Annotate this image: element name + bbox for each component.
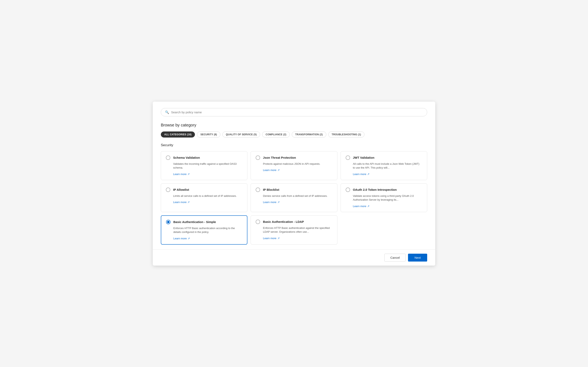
card-header-ip-blocklist: IP Blocklist (256, 188, 332, 192)
card-header-basic-auth-simple: Basic Authentication - Simple (166, 220, 242, 224)
card-header-schema-validation: Schema Validation (166, 156, 242, 160)
external-link-icon: ↗︎ (277, 201, 280, 204)
card-desc-json-threat: Protects against malicious JSON in API r… (256, 162, 332, 166)
search-icon: 🔍 (165, 110, 169, 114)
modal-footer: Cancel Next (153, 250, 435, 266)
card-title-basic-auth-ldap: Basic Authentication - LDAP (263, 220, 304, 223)
learn-more-jwt-validation[interactable]: Learn more ↗︎ (346, 173, 369, 176)
category-btn-security[interactable]: SECURITY (8) (197, 132, 220, 138)
card-title-json-threat: Json Threat Protection (263, 156, 296, 159)
category-btn-qos[interactable]: QUALITY OF SERVICE (5) (222, 132, 260, 138)
radio-jwt-validation[interactable] (346, 156, 350, 160)
radio-basic-auth-ldap[interactable] (256, 220, 260, 224)
card-basic-auth-ldap[interactable]: Basic Authentication - LDAPEnforces HTTP… (251, 215, 337, 245)
search-input[interactable] (171, 110, 423, 114)
card-ip-allowlist[interactable]: IP AllowlistLimits all service calls to … (161, 183, 247, 212)
radio-oauth[interactable] (346, 188, 350, 192)
learn-more-basic-auth-ldap[interactable]: Learn more ↗︎ (256, 237, 280, 240)
external-link-icon: ↗︎ (188, 237, 190, 240)
cards-grid: Schema ValidationValidates the incoming … (161, 151, 427, 245)
card-header-ip-allowlist: IP Allowlist (166, 188, 242, 192)
card-title-jwt-validation: JWT Validation (353, 156, 375, 159)
learn-more-oauth[interactable]: Learn more ↗︎ (346, 205, 369, 208)
radio-json-threat[interactable] (256, 156, 260, 160)
card-oauth[interactable]: OAuth 2.0 Token IntrospectionValidate ac… (341, 183, 427, 212)
card-schema-validation[interactable]: Schema ValidationValidates the incoming … (161, 151, 247, 180)
external-link-icon: ↗︎ (187, 201, 190, 204)
card-ip-blocklist[interactable]: IP BlocklistDenies service calls from a … (251, 183, 337, 212)
card-title-basic-auth-simple: Basic Authentication - Simple (173, 220, 216, 224)
radio-ip-allowlist[interactable] (166, 188, 170, 192)
card-header-basic-auth-ldap: Basic Authentication - LDAP (256, 220, 332, 224)
modal-body: 🔍 Browse by category ALL CATEGORIES (18)… (153, 102, 435, 250)
external-link-icon: ↗︎ (367, 173, 369, 176)
learn-more-json-threat[interactable]: Learn more ↗︎ (256, 169, 280, 172)
category-btn-transformation[interactable]: TRANSFORMATION (2) (292, 132, 326, 138)
learn-more-basic-auth-simple[interactable]: Learn more ↗︎ (166, 237, 190, 240)
next-button[interactable]: Next (408, 254, 427, 262)
card-title-ip-allowlist: IP Allowlist (173, 188, 189, 191)
modal: 🔍 Browse by category ALL CATEGORIES (18)… (153, 102, 435, 266)
card-header-jwt-validation: JWT Validation (346, 156, 422, 160)
learn-more-ip-allowlist[interactable]: Learn more ↗︎ (166, 201, 190, 204)
card-desc-oauth: Validate access tokens using a third-par… (346, 194, 422, 202)
card-jwt-validation[interactable]: JWT ValidationAll calls to the API must … (341, 151, 427, 180)
radio-ip-blocklist[interactable] (256, 188, 260, 192)
card-header-oauth: OAuth 2.0 Token Introspection (346, 188, 422, 192)
radio-schema-validation[interactable] (166, 156, 170, 160)
card-title-ip-blocklist: IP Blocklist (263, 188, 279, 191)
categories: ALL CATEGORIES (18)SECURITY (8)QUALITY O… (161, 132, 427, 138)
card-title-oauth: OAuth 2.0 Token Introspection (353, 188, 397, 191)
external-link-icon: ↗︎ (367, 205, 369, 208)
card-header-json-threat: Json Threat Protection (256, 156, 332, 160)
learn-more-schema-validation[interactable]: Learn more ↗︎ (166, 173, 190, 176)
external-link-icon: ↗︎ (187, 173, 190, 176)
category-btn-compliance[interactable]: COMPLIANCE (2) (262, 132, 290, 138)
card-desc-ip-allowlist: Limits all service calls to a defined se… (166, 194, 242, 198)
radio-basic-auth-simple[interactable] (166, 220, 170, 224)
card-title-schema-validation: Schema Validation (173, 156, 200, 159)
card-desc-basic-auth-simple: Enforces HTTP Basic authentication accor… (166, 226, 242, 234)
section-title: Security (161, 143, 427, 147)
external-link-icon: ↗︎ (277, 169, 280, 172)
card-desc-jwt-validation: All calls to the API must include a Json… (346, 162, 422, 170)
browse-title: Browse by category (161, 123, 427, 127)
search-bar: 🔍 (161, 108, 427, 116)
card-json-threat[interactable]: Json Threat ProtectionProtects against m… (251, 151, 337, 180)
card-desc-ip-blocklist: Denies service calls from a defined set … (256, 194, 332, 198)
card-desc-schema-validation: Validates the incoming traffic against a… (166, 162, 242, 170)
external-link-icon: ↗︎ (277, 237, 280, 240)
learn-more-ip-blocklist[interactable]: Learn more ↗︎ (256, 201, 280, 204)
category-btn-all[interactable]: ALL CATEGORIES (18) (161, 132, 195, 138)
card-basic-auth-simple[interactable]: Basic Authentication - SimpleEnforces HT… (161, 215, 247, 245)
card-desc-basic-auth-ldap: Enforces HTTP Basic authentication again… (256, 226, 332, 234)
category-btn-troubleshooting[interactable]: TROUBLESHOOTING (1) (328, 132, 365, 138)
cancel-button[interactable]: Cancel (384, 254, 406, 262)
